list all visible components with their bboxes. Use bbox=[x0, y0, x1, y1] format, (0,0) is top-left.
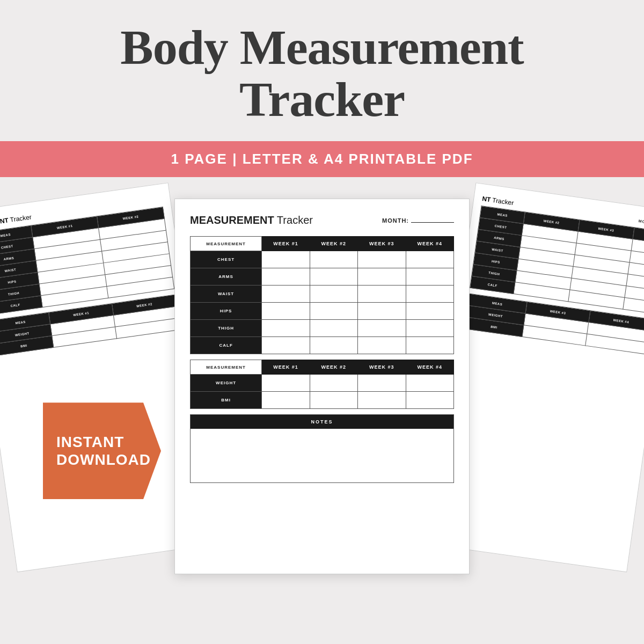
doc-header: MEASUREMENT Tracker MONTH: bbox=[190, 214, 454, 226]
main-document: MEASUREMENT Tracker MONTH: MEASUREMENT W… bbox=[174, 199, 470, 574]
col2-header-week3: WEEK #3 bbox=[358, 360, 406, 375]
table-row-weight: WEIGHT bbox=[191, 375, 454, 392]
col2-header-week2: WEEK #2 bbox=[310, 360, 357, 375]
right-doc-title: NT Tracker bbox=[481, 195, 514, 207]
badge-text: INSTANT DOWNLOAD bbox=[56, 433, 151, 469]
col-header-week1: WEEK #1 bbox=[262, 237, 310, 251]
table-row: CHEST bbox=[191, 251, 454, 268]
weight-bmi-table: MEASUREMENT WEEK #1 WEEK #2 WEEK #3 WEEK… bbox=[190, 360, 454, 409]
col-header-measurement: MEASUREMENT bbox=[191, 237, 262, 251]
col2-header-measurement: MEASUREMENT bbox=[191, 360, 262, 375]
col-header-week3: WEEK #3 bbox=[358, 237, 406, 251]
col-header-week2: WEEK #2 bbox=[310, 237, 357, 251]
notes-body bbox=[191, 429, 453, 482]
col-header-week4: WEEK #4 bbox=[406, 237, 453, 251]
title-section: Body Measurement Tracker bbox=[0, 0, 644, 141]
table-row: CALF bbox=[191, 337, 454, 354]
notes-section: NOTES bbox=[190, 414, 454, 483]
body-measurement-table: MEASUREMENT WEEK #1 WEEK #2 WEEK #3 WEEK… bbox=[190, 236, 454, 354]
docs-area: UREMENT Tracker MEAS WEEK #1 WEEK #2 CHE… bbox=[0, 177, 644, 585]
table-row: ARMS bbox=[191, 268, 454, 286]
table-row-bmi: BMI bbox=[191, 392, 454, 409]
col2-header-week1: WEEK #1 bbox=[262, 360, 310, 375]
table-row-thigh: THIGH bbox=[191, 320, 454, 337]
main-title: Body Measurement Tracker bbox=[11, 21, 633, 125]
badge-shape: INSTANT DOWNLOAD bbox=[43, 402, 161, 499]
doc-title: MEASUREMENT Tracker bbox=[190, 214, 313, 226]
month-field: MONTH: bbox=[382, 217, 454, 224]
table-row: WAIST bbox=[191, 286, 454, 303]
notes-header: NOTES bbox=[191, 415, 453, 429]
col2-header-week4: WEEK #4 bbox=[406, 360, 453, 375]
instant-download-badge: INSTANT DOWNLOAD bbox=[43, 402, 161, 499]
table-row: HIPS bbox=[191, 303, 454, 320]
pink-banner: 1 PAGE | LETTER & A4 PRINTABLE PDF bbox=[0, 141, 644, 177]
